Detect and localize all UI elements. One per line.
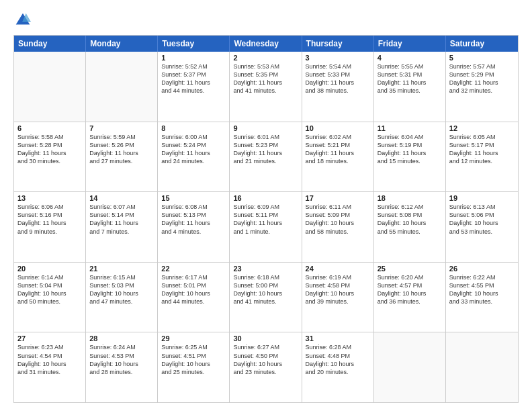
calendar-row-5: 27Sunrise: 6:23 AMSunset: 4:54 PMDayligh…	[14, 332, 518, 402]
day-cell-2: 2Sunrise: 5:53 AMSunset: 5:35 PMDaylight…	[230, 52, 302, 122]
cell-info-line: Sunset: 4:51 PM	[161, 352, 226, 360]
cell-info-line: Daylight: 10 hours	[17, 360, 82, 368]
day-cell-28: 28Sunrise: 6:24 AMSunset: 4:53 PMDayligh…	[86, 332, 158, 402]
calendar-body: 1Sunrise: 5:52 AMSunset: 5:37 PMDaylight…	[14, 52, 518, 402]
cell-info-line: Sunset: 4:55 PM	[449, 281, 515, 289]
cell-info-line: Sunset: 5:24 PM	[161, 141, 226, 149]
day-number: 25	[378, 265, 442, 273]
cell-info-line: Daylight: 11 hours	[449, 149, 515, 157]
day-number: 10	[306, 124, 370, 132]
cell-info-line: Sunrise: 6:14 AM	[17, 273, 82, 281]
cell-info-line: Sunset: 5:26 PM	[89, 141, 154, 149]
cell-info-line: and 9 minutes.	[17, 228, 82, 236]
cell-info-line: Sunset: 5:31 PM	[378, 71, 442, 79]
day-number: 22	[161, 265, 226, 273]
cell-info-line: Daylight: 11 hours	[89, 149, 154, 157]
cell-info-line: and 1 minute.	[233, 228, 298, 236]
day-cell-25: 25Sunrise: 6:20 AMSunset: 4:57 PMDayligh…	[374, 263, 446, 332]
day-number: 7	[89, 124, 154, 132]
cell-info-line: Sunrise: 6:22 AM	[449, 273, 515, 281]
cell-info-line: Daylight: 11 hours	[449, 79, 515, 87]
day-cell-26: 26Sunrise: 6:22 AMSunset: 4:55 PMDayligh…	[446, 263, 518, 332]
cell-info-line: Sunrise: 6:23 AM	[17, 343, 82, 351]
day-cell-4: 4Sunrise: 5:55 AMSunset: 5:31 PMDaylight…	[374, 52, 446, 122]
cell-info-line: Sunset: 5:16 PM	[17, 211, 82, 219]
cell-info-line: Daylight: 10 hours	[233, 360, 298, 368]
cell-info-line: Sunset: 5:23 PM	[233, 141, 298, 149]
day-cell-5: 5Sunrise: 5:57 AMSunset: 5:29 PMDaylight…	[446, 52, 518, 122]
cell-info-line: Sunrise: 6:25 AM	[161, 343, 226, 351]
cell-info-line: Sunset: 4:50 PM	[233, 352, 298, 360]
cell-info-line: Sunset: 5:17 PM	[449, 141, 515, 149]
cell-info-line: Daylight: 10 hours	[17, 289, 82, 298]
day-number: 27	[17, 334, 82, 342]
calendar-row-3: 13Sunrise: 6:06 AMSunset: 5:16 PMDayligh…	[14, 191, 518, 262]
cell-info-line: and 4 minutes.	[161, 228, 226, 236]
cell-info-line: and 15 minutes.	[378, 157, 442, 165]
cell-info-line: Sunset: 5:29 PM	[449, 71, 515, 79]
cell-info-line: Sunset: 5:35 PM	[233, 71, 298, 79]
cell-info-line: Sunset: 5:37 PM	[161, 71, 226, 79]
cell-info-line: Daylight: 10 hours	[378, 219, 442, 227]
cell-info-line: and 23 minutes.	[233, 368, 298, 376]
calendar-row-4: 20Sunrise: 6:14 AMSunset: 5:04 PMDayligh…	[14, 262, 518, 332]
day-cell-12: 12Sunrise: 6:05 AMSunset: 5:17 PMDayligh…	[446, 122, 518, 192]
header-day-tuesday: Tuesday	[158, 36, 230, 52]
day-cell-21: 21Sunrise: 6:15 AMSunset: 5:03 PMDayligh…	[86, 263, 158, 332]
cell-info-line: Sunset: 5:11 PM	[233, 211, 298, 219]
empty-cell	[86, 52, 158, 122]
cell-info-line: and 55 minutes.	[378, 228, 442, 236]
cell-info-line: Sunset: 4:53 PM	[89, 352, 154, 360]
day-number: 26	[449, 265, 515, 273]
cell-info-line: Sunrise: 6:09 AM	[233, 203, 298, 211]
cell-info-line: and 33 minutes.	[449, 298, 515, 306]
day-cell-30: 30Sunrise: 6:27 AMSunset: 4:50 PMDayligh…	[230, 332, 302, 402]
cell-info-line: and 44 minutes.	[161, 298, 226, 306]
logo-icon	[13, 11, 32, 30]
day-number: 1	[161, 54, 226, 62]
cell-info-line: Sunset: 4:58 PM	[306, 281, 370, 289]
empty-cell	[446, 332, 518, 402]
cell-info-line: Daylight: 11 hours	[17, 219, 82, 227]
day-cell-27: 27Sunrise: 6:23 AMSunset: 4:54 PMDayligh…	[14, 332, 86, 402]
cell-info-line: and 12 minutes.	[449, 157, 515, 165]
header-day-friday: Friday	[374, 36, 446, 52]
cell-info-line: Sunset: 5:06 PM	[449, 211, 515, 219]
cell-info-line: Daylight: 10 hours	[161, 360, 226, 368]
cell-info-line: Sunset: 5:13 PM	[161, 211, 226, 219]
page: SundayMondayTuesdayWednesdayThursdayFrid…	[0, 0, 532, 411]
cell-info-line: and 41 minutes.	[233, 87, 298, 95]
day-cell-8: 8Sunrise: 6:00 AMSunset: 5:24 PMDaylight…	[158, 122, 230, 192]
cell-info-line: Daylight: 10 hours	[449, 289, 515, 298]
header-day-sunday: Sunday	[14, 36, 86, 52]
cell-info-line: and 35 minutes.	[378, 87, 442, 95]
cell-info-line: and 32 minutes.	[449, 87, 515, 95]
cell-info-line: Daylight: 11 hours	[233, 149, 298, 157]
day-cell-1: 1Sunrise: 5:52 AMSunset: 5:37 PMDaylight…	[158, 52, 230, 122]
cell-info-line: Daylight: 11 hours	[233, 79, 298, 87]
cell-info-line: Daylight: 11 hours	[306, 79, 370, 87]
cell-info-line: and 28 minutes.	[89, 368, 154, 376]
day-number: 2	[233, 54, 298, 62]
day-cell-17: 17Sunrise: 6:11 AMSunset: 5:09 PMDayligh…	[302, 192, 374, 262]
day-number: 17	[306, 194, 370, 202]
day-cell-9: 9Sunrise: 6:01 AMSunset: 5:23 PMDaylight…	[230, 122, 302, 192]
cell-info-line: Daylight: 11 hours	[161, 79, 226, 87]
cell-info-line: Daylight: 10 hours	[378, 289, 442, 298]
cell-info-line: Sunrise: 6:28 AM	[306, 343, 370, 351]
cell-info-line: Daylight: 10 hours	[161, 289, 226, 298]
header-day-thursday: Thursday	[302, 36, 374, 52]
cell-info-line: Sunrise: 6:11 AM	[306, 203, 370, 211]
cell-info-line: Daylight: 10 hours	[306, 289, 370, 298]
day-cell-11: 11Sunrise: 6:04 AMSunset: 5:19 PMDayligh…	[374, 122, 446, 192]
cell-info-line: Sunrise: 5:59 AM	[89, 133, 154, 141]
cell-info-line: Sunset: 5:33 PM	[306, 71, 370, 79]
cell-info-line: and 53 minutes.	[449, 228, 515, 236]
cell-info-line: Sunset: 4:57 PM	[378, 281, 442, 289]
empty-cell	[14, 52, 86, 122]
day-number: 3	[306, 54, 370, 62]
day-cell-14: 14Sunrise: 6:07 AMSunset: 5:14 PMDayligh…	[86, 192, 158, 262]
cell-info-line: Sunset: 5:14 PM	[89, 211, 154, 219]
calendar: SundayMondayTuesdayWednesdayThursdayFrid…	[13, 35, 519, 403]
cell-info-line: and 7 minutes.	[89, 228, 154, 236]
